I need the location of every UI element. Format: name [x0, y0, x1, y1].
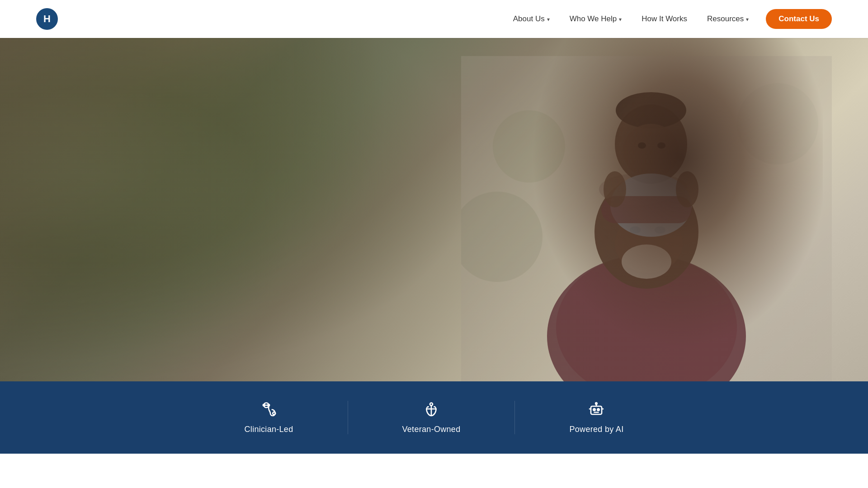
nav-item-about-us[interactable]: About Us ▾	[505, 11, 558, 27]
nav-item-how-it-works[interactable]: How It Works	[633, 11, 695, 27]
chevron-down-icon: ▾	[746, 16, 749, 23]
contact-us-button[interactable]: Contact Us	[766, 9, 832, 29]
features-banner: Clinician-Led Veteran-Owned	[0, 381, 868, 454]
nav-menu: About Us ▾ Who We Help ▾ How It Works Re…	[505, 9, 832, 29]
svg-point-22	[273, 412, 275, 415]
veteran-owned-label: Veteran-Owned	[402, 425, 461, 434]
svg-rect-27	[591, 406, 602, 414]
svg-point-30	[594, 408, 596, 411]
banner-item-veteran-owned: Veteran-Owned	[348, 401, 515, 434]
svg-point-31	[598, 408, 600, 411]
banner-item-powered-by-ai: Powered by AI	[515, 401, 678, 434]
svg-point-29	[596, 403, 598, 404]
chevron-down-icon: ▾	[619, 16, 622, 23]
nav-item-who-we-help[interactable]: Who We Help ▾	[561, 11, 630, 27]
robot-icon	[588, 401, 604, 419]
svg-point-23	[263, 404, 264, 406]
hero-person	[506, 38, 823, 381]
svg-point-24	[268, 404, 269, 406]
chevron-down-icon: ▾	[547, 16, 550, 23]
white-section	[0, 454, 868, 488]
navbar: H About Us ▾ Who We Help ▾ How It Works …	[0, 0, 868, 38]
hero-section	[0, 38, 868, 381]
logo[interactable]: H	[36, 8, 63, 30]
powered-by-ai-label: Powered by AI	[569, 425, 623, 434]
logo-icon: H	[36, 8, 58, 30]
nav-label-who-we-help: Who We Help	[570, 14, 617, 23]
nav-label-how-it-works: How It Works	[642, 14, 687, 23]
nav-label-about-us: About Us	[513, 14, 545, 23]
nav-item-resources[interactable]: Resources ▾	[699, 11, 757, 27]
clinician-led-label: Clinician-Led	[245, 425, 293, 434]
stethoscope-icon	[261, 401, 277, 419]
anchor-icon	[423, 401, 439, 419]
banner-item-clinician-led: Clinician-Led	[190, 401, 348, 434]
nav-label-resources: Resources	[707, 14, 744, 23]
